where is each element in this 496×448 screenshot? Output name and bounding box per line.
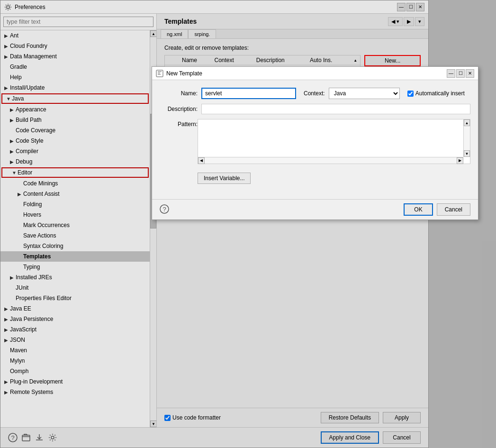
insert-variable-row: Insert Variable... bbox=[160, 171, 470, 188]
name-input[interactable] bbox=[201, 88, 296, 99]
dialog-footer: ? OK Cancel bbox=[152, 199, 478, 219]
pattern-row: Pattern: ▲ ▼ ◀ ▶ bbox=[160, 119, 470, 168]
pattern-area: ▲ ▼ ◀ ▶ bbox=[198, 119, 470, 164]
auto-insert-label: Automatically insert bbox=[415, 90, 465, 97]
pattern-scroll-up[interactable]: ▲ bbox=[464, 119, 470, 126]
dialog-cancel-button[interactable]: Cancel bbox=[437, 203, 470, 216]
dialog-title-text: New Template bbox=[166, 70, 202, 77]
pattern-editor-container: ▲ ▼ ◀ ▶ bbox=[198, 119, 470, 168]
dialog-window-controls: — ☐ ✕ bbox=[447, 69, 474, 78]
description-input[interactable] bbox=[201, 104, 470, 114]
dialog-title-bar: New Template bbox=[156, 70, 202, 77]
insert-variable-button[interactable]: Insert Variable... bbox=[198, 173, 251, 184]
dialog-help-icon-container: ? bbox=[160, 204, 169, 215]
description-row: Description: bbox=[160, 104, 470, 114]
dialog-close-button[interactable]: ✕ bbox=[466, 69, 474, 78]
svg-rect-5 bbox=[156, 70, 163, 77]
pattern-scroll-down[interactable]: ▼ bbox=[464, 150, 470, 157]
context-select[interactable]: Java bbox=[329, 88, 400, 99]
svg-text:?: ? bbox=[162, 206, 166, 213]
pattern-hscroll-left[interactable]: ◀ bbox=[198, 157, 205, 164]
name-context-row: Name: Context: Java Automatically insert bbox=[160, 88, 470, 99]
name-label: Name: bbox=[160, 90, 198, 97]
template-icon bbox=[156, 70, 163, 77]
dialog-titlebar: New Template — ☐ ✕ bbox=[152, 67, 478, 80]
context-label: Context: bbox=[304, 90, 325, 97]
dialog-body: Name: Context: Java Automatically insert… bbox=[152, 80, 478, 199]
auto-insert-checkbox[interactable] bbox=[407, 91, 414, 97]
dialog-minimize-button[interactable]: — bbox=[447, 69, 455, 78]
pattern-textarea[interactable] bbox=[198, 119, 463, 162]
dialog-ok-button[interactable]: OK bbox=[404, 203, 433, 216]
pattern-label: Pattern: bbox=[160, 119, 198, 168]
pattern-hscroll-right[interactable]: ▶ bbox=[457, 157, 463, 164]
description-label: Description: bbox=[160, 106, 198, 112]
new-template-dialog: New Template — ☐ ✕ Name: Context: Java A… bbox=[152, 66, 478, 220]
dialog-help-icon: ? bbox=[160, 204, 169, 214]
dialog-footer-right: OK Cancel bbox=[404, 203, 470, 216]
dialog-maximize-button[interactable]: ☐ bbox=[456, 69, 465, 78]
